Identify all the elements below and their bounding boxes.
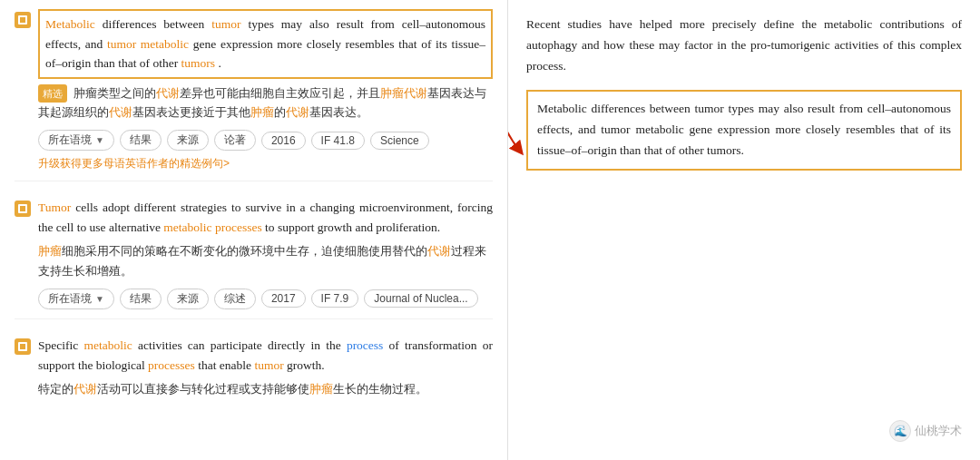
tag-if-1: IF 41.8 — [311, 132, 365, 150]
right-panel: Recent studies have helped more precisel… — [508, 0, 980, 460]
entry-1-translation: 精选 肿瘤类型之间的代谢差异也可能由细胞自主效应引起，并且肿瘤代谢基因表达与其起… — [38, 84, 493, 123]
tag-paper-1[interactable]: 论著 — [214, 130, 256, 151]
entry-3-icon — [15, 338, 31, 355]
entry-2-icon — [15, 201, 31, 217]
entry-1-word-tumor-metabolic: tumor metabolic — [107, 37, 189, 51]
tag-journal-2: Journal of Nuclea... — [364, 289, 477, 308]
entry-2-header: Tumor cells adopt different strategies t… — [15, 198, 493, 237]
entry-3-word-tumor: tumor — [254, 358, 283, 372]
entry-1-header: Metabolic differences between tumor type… — [15, 9, 493, 79]
entry-1-text-1: differences between — [103, 17, 212, 31]
tag-context-2[interactable]: 所在语境 ▼ — [38, 289, 114, 309]
entry-1-icon — [15, 12, 31, 28]
upgrade-link[interactable]: 升级获得更多母语英语作者的精选例句> — [38, 156, 493, 171]
tag-result-2[interactable]: 结果 — [120, 289, 162, 309]
entry-2: Tumor cells adopt different strategies t… — [15, 198, 493, 319]
entry-1-word-metabolic: Metabolic — [45, 17, 95, 31]
watermark-text: 仙桃学术 — [915, 423, 962, 439]
entry-3-word-process: process — [347, 338, 384, 352]
tag-if-2: IF 7.9 — [311, 289, 359, 308]
entry-2-text: Tumor cells adopt different strategies t… — [38, 198, 493, 237]
tag-year-1[interactable]: 2016 — [261, 132, 306, 150]
tag-review-2[interactable]: 综述 — [214, 289, 256, 309]
entry-2-translation: 肿瘤细胞采用不同的策略在不断变化的微环境中生存，迫使细胞使用替代的代谢过程来支持… — [38, 242, 493, 281]
watermark-icon: 🌊 — [889, 420, 911, 442]
tag-year-2: 2017 — [261, 289, 306, 308]
entry-3-header: Specific metabolic activities can partic… — [15, 336, 493, 375]
entry-3-text: Specific metabolic activities can partic… — [38, 336, 493, 375]
entry-1: Metabolic differences between tumor type… — [15, 9, 493, 181]
tag-context-1[interactable]: 所在语境 ▼ — [38, 130, 114, 151]
entry-1-word-tumor: tumor — [211, 17, 240, 31]
watermark: 🌊 仙桃学术 — [889, 420, 962, 442]
badge-jingxuan: 精选 — [38, 84, 67, 103]
entry-1-text-4: . — [218, 56, 220, 70]
entry-3-word-metabolic: metabolic — [83, 338, 132, 352]
entry-1-text: Metabolic differences between tumor type… — [38, 9, 493, 79]
tag-source-2[interactable]: 来源 — [167, 289, 209, 309]
right-highlighted-text: Metabolic differences between tumor type… — [537, 102, 951, 157]
entry-2-word-metabolic-processes: metabolic processes — [163, 220, 261, 234]
right-highlighted-box: Metabolic differences between tumor type… — [526, 90, 962, 171]
entry-1-word-tumors: tumors — [181, 56, 216, 70]
tag-result-1[interactable]: 结果 — [120, 130, 162, 151]
right-intro-text: Recent studies have helped more precisel… — [526, 15, 962, 77]
entry-3-word-processes: processes — [148, 358, 195, 372]
left-panel: Metabolic differences between tumor type… — [0, 0, 508, 460]
entry-1-tags: 所在语境 ▼ 结果 来源 论著 2016 IF 41.8 Science — [38, 130, 493, 151]
entry-2-word-tumor: Tumor — [38, 201, 71, 214]
entry-3: Specific metabolic activities can partic… — [15, 336, 493, 408]
entry-2-tags: 所在语境 ▼ 结果 来源 综述 2017 IF 7.9 Journal of N… — [38, 289, 493, 309]
tag-journal-1: Science — [370, 132, 429, 150]
entry-3-translation: 特定的代谢活动可以直接参与转化过程或支持能够使肿瘤生长的生物过程。 — [38, 380, 493, 399]
tag-source-1[interactable]: 来源 — [167, 130, 209, 151]
